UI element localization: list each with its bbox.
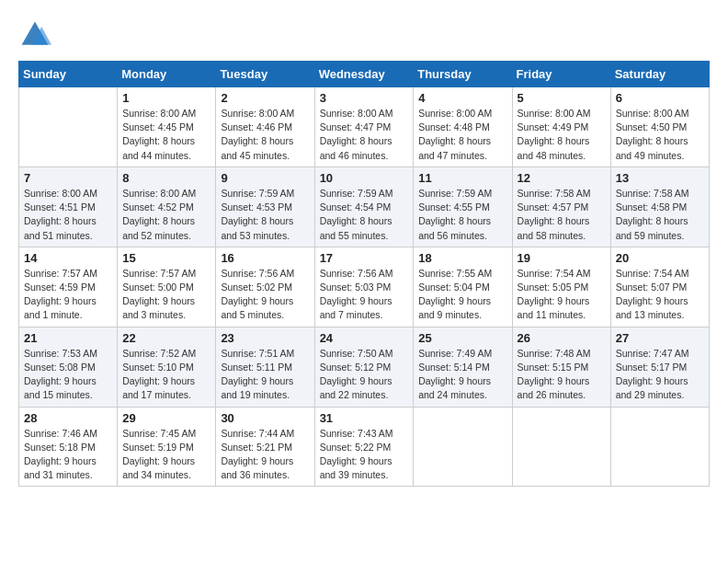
- calendar-cell: 14Sunrise: 7:57 AMSunset: 4:59 PMDayligh…: [19, 247, 118, 327]
- day-number: 6: [616, 91, 704, 105]
- day-info: Sunrise: 7:56 AMSunset: 5:03 PMDaylight:…: [320, 267, 409, 323]
- calendar-cell: 9Sunrise: 7:59 AMSunset: 4:53 PMDaylight…: [216, 167, 314, 247]
- calendar-cell: [414, 407, 512, 487]
- weekday-header-row: SundayMondayTuesdayWednesdayThursdayFrid…: [19, 62, 710, 87]
- day-info: Sunrise: 7:56 AMSunset: 5:02 PMDaylight:…: [221, 267, 309, 323]
- calendar-cell: 12Sunrise: 7:58 AMSunset: 4:57 PMDayligh…: [512, 167, 610, 247]
- calendar-week-row: 14Sunrise: 7:57 AMSunset: 4:59 PMDayligh…: [19, 247, 710, 327]
- day-info: Sunrise: 7:59 AMSunset: 4:54 PMDaylight:…: [320, 187, 409, 243]
- day-info: Sunrise: 7:49 AMSunset: 5:14 PMDaylight:…: [418, 347, 506, 403]
- day-info: Sunrise: 7:58 AMSunset: 4:58 PMDaylight:…: [616, 187, 704, 243]
- day-info: Sunrise: 7:47 AMSunset: 5:17 PMDaylight:…: [616, 347, 704, 403]
- day-number: 31: [320, 411, 409, 425]
- calendar-cell: 19Sunrise: 7:54 AMSunset: 5:05 PMDayligh…: [512, 247, 610, 327]
- day-number: 2: [221, 91, 309, 105]
- day-number: 5: [518, 91, 606, 105]
- weekday-header-tuesday: Tuesday: [216, 62, 314, 87]
- day-info: Sunrise: 7:44 AMSunset: 5:21 PMDaylight:…: [221, 427, 309, 483]
- day-number: 3: [320, 91, 409, 105]
- calendar-week-row: 28Sunrise: 7:46 AMSunset: 5:18 PMDayligh…: [19, 407, 710, 487]
- day-number: 7: [24, 171, 112, 185]
- weekday-header-saturday: Saturday: [610, 62, 709, 87]
- day-info: Sunrise: 7:58 AMSunset: 4:57 PMDaylight:…: [518, 187, 606, 243]
- day-number: 20: [616, 251, 704, 265]
- calendar-cell: 17Sunrise: 7:56 AMSunset: 5:03 PMDayligh…: [314, 247, 414, 327]
- calendar-cell: 7Sunrise: 8:00 AMSunset: 4:51 PMDaylight…: [19, 167, 118, 247]
- day-info: Sunrise: 7:55 AMSunset: 5:04 PMDaylight:…: [418, 267, 506, 323]
- calendar-cell: 5Sunrise: 8:00 AMSunset: 4:49 PMDaylight…: [512, 87, 610, 167]
- day-number: 23: [221, 331, 309, 345]
- calendar-cell: 20Sunrise: 7:54 AMSunset: 5:07 PMDayligh…: [610, 247, 709, 327]
- day-number: 22: [122, 331, 210, 345]
- day-number: 16: [221, 251, 309, 265]
- day-number: 28: [24, 411, 112, 425]
- day-info: Sunrise: 7:54 AMSunset: 5:07 PMDaylight:…: [616, 267, 704, 323]
- logo-icon: [18, 18, 51, 52]
- calendar-cell: 13Sunrise: 7:58 AMSunset: 4:58 PMDayligh…: [610, 167, 709, 247]
- day-info: Sunrise: 7:57 AMSunset: 4:59 PMDaylight:…: [24, 267, 112, 323]
- weekday-header-sunday: Sunday: [19, 62, 118, 87]
- day-info: Sunrise: 8:00 AMSunset: 4:52 PMDaylight:…: [122, 187, 210, 243]
- day-number: 15: [122, 251, 210, 265]
- calendar-table: SundayMondayTuesdayWednesdayThursdayFrid…: [18, 61, 710, 487]
- calendar-cell: 6Sunrise: 8:00 AMSunset: 4:50 PMDaylight…: [610, 87, 709, 167]
- day-number: 21: [24, 331, 112, 345]
- day-number: 4: [418, 91, 506, 105]
- calendar-cell: 16Sunrise: 7:56 AMSunset: 5:02 PMDayligh…: [216, 247, 314, 327]
- calendar-cell: [19, 87, 118, 167]
- weekday-header-wednesday: Wednesday: [314, 62, 414, 87]
- calendar-week-row: 1Sunrise: 8:00 AMSunset: 4:45 PMDaylight…: [19, 87, 710, 167]
- calendar-cell: 31Sunrise: 7:43 AMSunset: 5:22 PMDayligh…: [314, 407, 414, 487]
- day-number: 1: [122, 91, 210, 105]
- day-info: Sunrise: 8:00 AMSunset: 4:51 PMDaylight:…: [24, 187, 112, 243]
- day-number: 12: [518, 171, 606, 185]
- weekday-header-monday: Monday: [118, 62, 216, 87]
- calendar-cell: 3Sunrise: 8:00 AMSunset: 4:47 PMDaylight…: [314, 87, 414, 167]
- calendar-cell: 10Sunrise: 7:59 AMSunset: 4:54 PMDayligh…: [314, 167, 414, 247]
- calendar-cell: 11Sunrise: 7:59 AMSunset: 4:55 PMDayligh…: [414, 167, 512, 247]
- calendar-cell: 8Sunrise: 8:00 AMSunset: 4:52 PMDaylight…: [118, 167, 216, 247]
- day-info: Sunrise: 8:00 AMSunset: 4:47 PMDaylight:…: [320, 107, 409, 163]
- day-number: 24: [320, 331, 409, 345]
- day-info: Sunrise: 7:57 AMSunset: 5:00 PMDaylight:…: [122, 267, 210, 323]
- calendar-cell: 26Sunrise: 7:48 AMSunset: 5:15 PMDayligh…: [512, 327, 610, 407]
- calendar-cell: 1Sunrise: 8:00 AMSunset: 4:45 PMDaylight…: [118, 87, 216, 167]
- day-info: Sunrise: 7:50 AMSunset: 5:12 PMDaylight:…: [320, 347, 409, 403]
- weekday-header-friday: Friday: [512, 62, 610, 87]
- day-info: Sunrise: 8:00 AMSunset: 4:46 PMDaylight:…: [221, 107, 309, 163]
- day-info: Sunrise: 8:00 AMSunset: 4:45 PMDaylight:…: [122, 107, 210, 163]
- day-info: Sunrise: 7:53 AMSunset: 5:08 PMDaylight:…: [24, 347, 112, 403]
- calendar-cell: 29Sunrise: 7:45 AMSunset: 5:19 PMDayligh…: [118, 407, 216, 487]
- day-info: Sunrise: 7:59 AMSunset: 4:55 PMDaylight:…: [418, 187, 506, 243]
- calendar-cell: 30Sunrise: 7:44 AMSunset: 5:21 PMDayligh…: [216, 407, 314, 487]
- calendar-cell: 25Sunrise: 7:49 AMSunset: 5:14 PMDayligh…: [414, 327, 512, 407]
- day-info: Sunrise: 7:46 AMSunset: 5:18 PMDaylight:…: [24, 427, 112, 483]
- day-number: 10: [320, 171, 409, 185]
- calendar-week-row: 7Sunrise: 8:00 AMSunset: 4:51 PMDaylight…: [19, 167, 710, 247]
- day-info: Sunrise: 7:54 AMSunset: 5:05 PMDaylight:…: [518, 267, 606, 323]
- day-number: 29: [122, 411, 210, 425]
- calendar-cell: 28Sunrise: 7:46 AMSunset: 5:18 PMDayligh…: [19, 407, 118, 487]
- day-info: Sunrise: 7:52 AMSunset: 5:10 PMDaylight:…: [122, 347, 210, 403]
- calendar-cell: 23Sunrise: 7:51 AMSunset: 5:11 PMDayligh…: [216, 327, 314, 407]
- day-number: 13: [616, 171, 704, 185]
- day-info: Sunrise: 8:00 AMSunset: 4:49 PMDaylight:…: [518, 107, 606, 163]
- calendar-cell: 15Sunrise: 7:57 AMSunset: 5:00 PMDayligh…: [118, 247, 216, 327]
- day-number: 9: [221, 171, 309, 185]
- weekday-header-thursday: Thursday: [414, 62, 512, 87]
- day-number: 19: [518, 251, 606, 265]
- day-info: Sunrise: 7:43 AMSunset: 5:22 PMDaylight:…: [320, 427, 409, 483]
- calendar-cell: 18Sunrise: 7:55 AMSunset: 5:04 PMDayligh…: [414, 247, 512, 327]
- calendar-cell: 21Sunrise: 7:53 AMSunset: 5:08 PMDayligh…: [19, 327, 118, 407]
- calendar-cell: [512, 407, 610, 487]
- day-info: Sunrise: 8:00 AMSunset: 4:50 PMDaylight:…: [616, 107, 704, 163]
- day-info: Sunrise: 7:51 AMSunset: 5:11 PMDaylight:…: [221, 347, 309, 403]
- calendar-cell: 24Sunrise: 7:50 AMSunset: 5:12 PMDayligh…: [314, 327, 414, 407]
- day-info: Sunrise: 7:45 AMSunset: 5:19 PMDaylight:…: [122, 427, 210, 483]
- day-info: Sunrise: 7:59 AMSunset: 4:53 PMDaylight:…: [221, 187, 309, 243]
- page-header: [18, 18, 710, 52]
- day-number: 18: [418, 251, 506, 265]
- calendar-cell: 4Sunrise: 8:00 AMSunset: 4:48 PMDaylight…: [414, 87, 512, 167]
- calendar-cell: [610, 407, 709, 487]
- calendar-cell: 2Sunrise: 8:00 AMSunset: 4:46 PMDaylight…: [216, 87, 314, 167]
